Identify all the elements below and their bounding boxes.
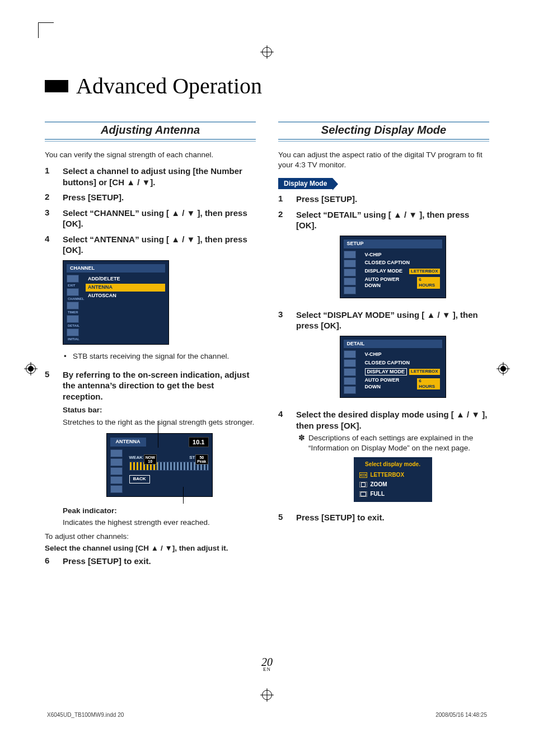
step-4-note: Descriptions of each settings are explai… [308, 433, 489, 453]
right-column: Selecting Display Mode You can adjust th… [278, 121, 489, 571]
signal-strength-bar: NOW10 50Peak [129, 462, 209, 471]
page-title: Advanced Operation [76, 73, 262, 99]
osd-title: CHANNEL [67, 264, 165, 273]
title-bar-decoration [45, 80, 68, 92]
now-indicator: NOW10 [144, 454, 157, 464]
step-1-text: Select a channel to adjust using [the Nu… [63, 166, 256, 187]
registration-mark-top [262, 47, 272, 57]
intro-text: You can verify the signal strength of ea… [45, 150, 256, 160]
osd-select-display-mode: Select display mode. LETTERBOX ZOOM [354, 457, 432, 502]
osd-antenna-title: ANTENNA [110, 438, 146, 447]
step-number: 6 [45, 556, 55, 567]
osd-item-vchip: V-CHIP [363, 351, 442, 359]
channel-icon [110, 458, 123, 466]
weak-label: WEAK [129, 455, 143, 461]
section-header-text: Selecting Display Mode [278, 124, 489, 137]
detail-icon [67, 315, 79, 323]
note-asterisk: ✽ [298, 433, 305, 453]
section-header-text: Adjusting Antenna [45, 124, 256, 137]
channel-icon [344, 359, 356, 367]
step-number: 5 [45, 369, 55, 528]
timer-icon [67, 302, 79, 309]
osd-title: DETAIL [344, 340, 442, 349]
intro-text: You can adjust the aspect ratio of the d… [278, 150, 489, 170]
osd-antenna-screenshot: ANTENNA 10.1 [106, 433, 213, 497]
full-icon [359, 491, 367, 497]
registration-mark-right [498, 364, 508, 374]
crop-mark [38, 22, 54, 38]
osd-item-auto-power-down: AUTO POWER DOWN 6 HOURS [363, 377, 442, 391]
osd-item-closed-caption: CLOSED CAPTION [363, 359, 442, 367]
osd-side-icons: EXIT CHANNEL TIMER DETAIL INITIAL [67, 275, 83, 341]
osd-item-auto-power-down: AUTO POWER DOWN 6 HOURS [363, 276, 442, 290]
osd-item-closed-caption: CLOSED CAPTION [363, 259, 442, 267]
step-5-main: By referring to the on-screen indication… [63, 370, 249, 401]
registration-mark-left [26, 364, 36, 374]
step-number: 4 [278, 409, 288, 508]
left-column: Adjusting Antenna You can verify the sig… [45, 121, 256, 571]
exit-icon [344, 251, 356, 259]
initial-icon [67, 328, 79, 336]
osd-select-header: Select display mode. [357, 461, 429, 468]
adjust-other-channels: To adjust other channels: [45, 532, 256, 541]
detail-icon [110, 476, 123, 484]
initial-icon [344, 287, 356, 294]
step-1-text: Press [SETUP]. [296, 194, 489, 205]
back-button-graphic: BACK [129, 475, 150, 483]
peak-indicator-label: Peak indicator: [63, 506, 256, 516]
step-number: 3 [45, 208, 55, 229]
option-full: FULL [357, 489, 429, 499]
detail-icon [344, 278, 356, 285]
timer-icon [110, 467, 123, 475]
osd-item-vchip: V-CHIP [363, 251, 442, 259]
section-header-selecting-display-mode: Selecting Display Mode [278, 121, 489, 140]
option-zoom: ZOOM [357, 480, 429, 489]
step-2-text: Select “DETAIL” using [ ▲ / ▼ ], then pr… [296, 209, 489, 305]
step-number: 4 [45, 234, 55, 365]
footer-timestamp: 2008/05/16 14:48:25 [435, 712, 487, 718]
exit-icon [67, 275, 79, 283]
leader-line [183, 487, 184, 504]
osd-item-display-mode-selected: DISPLAY MODE LETTERBOX [363, 368, 442, 377]
osd-item-antenna-selected: ANTENNA [86, 284, 165, 292]
adjust-other-instruction: Select the channel using [CH ▲ / ▼], the… [45, 544, 256, 552]
step-3-text: Select “CHANNEL” using [ ▲ / ▼ ], then p… [63, 208, 256, 229]
timer-icon [344, 368, 356, 376]
bullet-dot: • [64, 351, 68, 361]
leader-line [158, 421, 158, 448]
channel-icon [344, 260, 356, 267]
footer-filename: X6045UD_TB100MW9.indd 20 [47, 712, 124, 718]
exit-icon [344, 350, 356, 358]
timer-icon [344, 269, 356, 276]
osd-title: SETUP [344, 240, 442, 248]
status-bar-label: Status bar: [63, 405, 256, 415]
status-bar-description: Stretches to the right as the signal str… [63, 417, 256, 428]
step-number: 3 [278, 309, 288, 405]
step-number: 2 [278, 209, 288, 305]
step-number: 5 [278, 512, 288, 523]
letterbox-icon [359, 472, 367, 478]
page-number-lang: EN [0, 666, 534, 672]
exit-icon [110, 449, 123, 457]
peak-indicator-description: Indicates the highest strength ever reac… [63, 518, 256, 528]
page-number: 20 EN [0, 656, 534, 672]
step-5-text: Press [SETUP] to exit. [296, 512, 489, 523]
step-number: 1 [45, 166, 55, 187]
registration-mark-bottom [262, 690, 272, 700]
channel-icon [67, 288, 79, 296]
peak-indicator: 50Peak [195, 454, 208, 464]
step-6-text: Press [SETUP] to exit. [63, 556, 256, 567]
osd-side-icons [344, 251, 360, 294]
osd-item-autoscan: AUTOSCAN [86, 292, 165, 300]
detail-icon [344, 377, 356, 385]
step-2-text: Press [SETUP]. [63, 192, 256, 203]
osd-side-icons [110, 449, 127, 493]
option-letterbox-selected: LETTERBOX [357, 470, 429, 480]
osd-channel-screenshot: CHANNEL EXIT CHANNEL TIMER DETAIL INITIA… [63, 260, 169, 345]
osd-item-display-mode: DISPLAY MODE LETTERBOX [363, 267, 442, 275]
step-number: 2 [45, 192, 55, 203]
osd-item-add-delete: ADD/DELETE [86, 275, 165, 283]
section-header-adjusting-antenna: Adjusting Antenna [45, 121, 256, 140]
step-4-main: Select “ANTENNA” using [ ▲ / ▼ ], then p… [63, 234, 247, 255]
step-4-bullet: STB starts receiving the signal for the … [73, 351, 229, 361]
